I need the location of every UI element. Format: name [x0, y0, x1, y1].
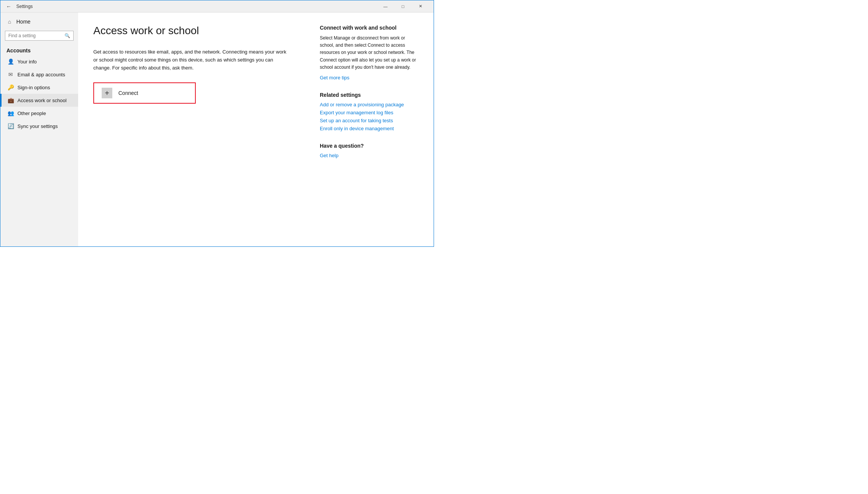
sidebar-item-label: Sync your settings — [17, 123, 58, 129]
right-panel: Connect with work and school Select Mana… — [320, 25, 418, 234]
connect-section-title: Connect with work and school — [320, 25, 418, 31]
person-icon: 👤 — [8, 58, 14, 65]
sidebar-home[interactable]: ⌂ Home — [0, 16, 78, 28]
plus-icon: + — [102, 88, 112, 98]
email-icon: ✉ — [8, 71, 14, 77]
sidebar-item-label: Access work or school — [17, 98, 66, 103]
sidebar-item-access-work[interactable]: 💼 Access work or school — [0, 94, 78, 107]
sidebar-search-box[interactable]: 🔍 — [5, 31, 74, 41]
sidebar-item-other-people[interactable]: 👥 Other people — [0, 107, 78, 120]
connect-button-label: Connect — [118, 90, 138, 96]
connect-description: Select Manage or disconnect from work or… — [320, 35, 418, 71]
main-left: Access work or school Get access to reso… — [93, 25, 297, 234]
key-icon: 🔑 — [8, 84, 14, 90]
related-settings-title: Related settings — [320, 92, 418, 98]
account-tests-link[interactable]: Set up an account for taking tests — [320, 118, 418, 123]
close-button[interactable]: ✕ — [412, 0, 429, 13]
main-description: Get access to resources like email, apps… — [93, 48, 291, 72]
sidebar-item-label: Email & app accounts — [17, 72, 65, 77]
sidebar-item-sync-settings[interactable]: 🔄 Sync your settings — [0, 120, 78, 133]
sidebar-home-label: Home — [16, 19, 30, 25]
search-icon: 🔍 — [61, 31, 73, 40]
sidebar-item-sign-in[interactable]: 🔑 Sign-in options — [0, 81, 78, 94]
export-log-link[interactable]: Export your management log files — [320, 110, 418, 115]
back-button[interactable]: ← — [5, 3, 13, 10]
sidebar-item-label: Other people — [17, 110, 46, 116]
search-input[interactable] — [5, 31, 61, 40]
sidebar-section-title: Accounts — [0, 44, 78, 55]
titlebar-title: Settings — [16, 4, 33, 9]
provisioning-link[interactable]: Add or remove a provisioning package — [320, 102, 418, 107]
maximize-button[interactable]: □ — [394, 0, 412, 13]
sidebar-item-email-app[interactable]: ✉ Email & app accounts — [0, 68, 78, 81]
home-icon: ⌂ — [6, 19, 13, 25]
connect-button[interactable]: + Connect — [93, 82, 196, 104]
get-help-link[interactable]: Get help — [320, 153, 418, 158]
sidebar: ⌂ Home 🔍 Accounts 👤 Your info ✉ Email & … — [0, 13, 78, 246]
sidebar-item-label: Sign-in options — [17, 85, 50, 90]
enroll-device-link[interactable]: Enroll only in device management — [320, 126, 418, 131]
window-controls: — □ ✕ — [377, 0, 429, 13]
sidebar-item-label: Your info — [17, 59, 37, 65]
group-icon: 👥 — [8, 110, 14, 116]
main-content: Access work or school Get access to reso… — [78, 13, 434, 246]
minimize-button[interactable]: — — [377, 0, 394, 13]
titlebar: ← Settings — □ ✕ — [0, 0, 434, 13]
get-more-tips-link[interactable]: Get more tips — [320, 75, 418, 80]
app-body: ⌂ Home 🔍 Accounts 👤 Your info ✉ Email & … — [0, 13, 434, 246]
briefcase-icon: 💼 — [8, 97, 14, 103]
sync-icon: 🔄 — [8, 123, 14, 129]
have-question-title: Have a question? — [320, 143, 418, 149]
sidebar-item-your-info[interactable]: 👤 Your info — [0, 55, 78, 68]
page-title: Access work or school — [93, 25, 297, 37]
